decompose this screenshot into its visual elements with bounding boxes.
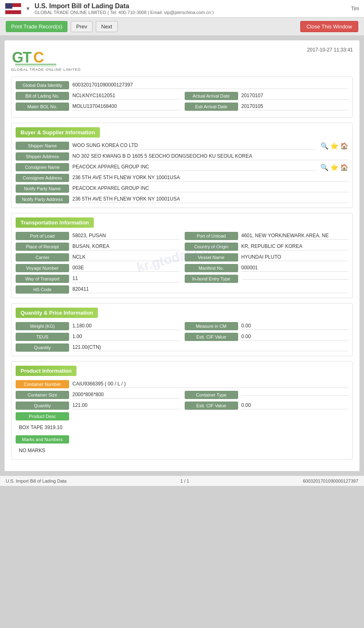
actual-arrival-label: Actual Arrival Date bbox=[185, 92, 238, 100]
consignee-address-label: Consignee Address bbox=[16, 174, 69, 182]
quantity-value: 121.00(CTN) bbox=[72, 344, 348, 351]
hs-code-label: HS Code bbox=[16, 285, 69, 294]
measure-cm-label: Measure in CM bbox=[185, 322, 238, 330]
carrier-label: Carrier bbox=[16, 253, 69, 261]
in-bond-entry-label: In-bond Entry Type bbox=[185, 275, 238, 283]
header-timer: Tim bbox=[351, 6, 359, 12]
doc-date: 2017-10-27 11:33:41 bbox=[307, 47, 353, 53]
esti-cif-label: Esti. CIF Value bbox=[185, 333, 238, 341]
shipper-star-icon[interactable]: ⭐ bbox=[330, 142, 338, 150]
way-of-transport-label: Way of Transport bbox=[16, 275, 69, 283]
doc-ids-section: Global Data Identity 6003201701090000127… bbox=[11, 77, 353, 118]
buyer-supplier-section: Buyer & Supplier Information Shipper Nam… bbox=[11, 123, 353, 208]
quantity-price-header: Quantity & Price Information bbox=[16, 308, 348, 322]
product-desc-label: Product Desc bbox=[16, 412, 69, 420]
consignee-name-label: Consignee Name bbox=[16, 163, 69, 171]
consignee-home-icon[interactable]: 🏠 bbox=[340, 163, 348, 171]
master-bol-value: MOLU13704168400 bbox=[72, 103, 180, 110]
actual-arrival-value: 20170107 bbox=[241, 93, 349, 100]
bol-label: Bill of Lading No. bbox=[16, 92, 69, 100]
consignee-address-value: 236 5TH AVE 5TH FLNEW YORK NY 10001USA bbox=[72, 175, 348, 182]
country-of-origin-label: Country of Origin bbox=[185, 243, 238, 251]
shipper-search-icon[interactable]: 🔍 bbox=[320, 142, 329, 150]
place-of-receipt-value: BUSAN, KOREA bbox=[72, 243, 180, 250]
way-of-transport-value: 11 bbox=[72, 275, 180, 282]
master-bol-label: Mater BOL No. bbox=[16, 103, 69, 111]
shipper-address-row: Shipper Address NO 302 SEO KWANG B D 160… bbox=[16, 152, 348, 161]
shipper-home-icon[interactable]: 🏠 bbox=[340, 142, 348, 150]
vessel-name-value: HYUNDAI PLUTO bbox=[241, 254, 349, 261]
notify-party-name-row: Notify Party Name PEACOCK APPAREL GROUP … bbox=[16, 184, 348, 193]
product-quantity-value: 121.00 bbox=[72, 402, 180, 409]
voyage-number-label: Voyage Number bbox=[16, 264, 69, 272]
doc-footer: U.S. Import Bill of Lading Data 1 / 1 60… bbox=[0, 476, 364, 486]
shipper-name-label: Shipper Name bbox=[16, 142, 69, 150]
notify-party-name-label: Notify Party Name bbox=[16, 184, 69, 193]
esti-arrival-value: 20170105 bbox=[241, 103, 349, 110]
consignee-star-icon[interactable]: ⭐ bbox=[330, 163, 338, 171]
bol-value: NCLKNYC1612051 bbox=[72, 93, 180, 100]
print-button[interactable]: Print Trade Record(s) bbox=[6, 21, 67, 32]
svg-text:T: T bbox=[23, 49, 32, 66]
footer-right: 6003201701090000127397 bbox=[303, 479, 358, 483]
main-content: G T C GLOBAL TRADE ONLINE LIMITED 2017-1… bbox=[4, 40, 360, 472]
notify-party-address-row: Notify Party Address 236 5TH AVE 5TH FLN… bbox=[16, 195, 348, 203]
next-button[interactable]: Next bbox=[96, 21, 118, 32]
country-of-origin-value: KR, REPUBLIC OF KOREA bbox=[241, 243, 349, 250]
close-button[interactable]: Close This Window bbox=[300, 21, 358, 32]
in-bond-entry-value bbox=[241, 278, 349, 280]
container-size-type-row: Container Size 2000*806*800 Container Ty… bbox=[16, 391, 348, 399]
container-size-label: Container Size bbox=[16, 391, 69, 399]
dropdown-arrow[interactable]: ▼ bbox=[26, 6, 30, 12]
manifest-no-label: Manifest No. bbox=[185, 264, 238, 272]
port-of-load-value: 58023, PUSAN bbox=[72, 233, 180, 240]
svg-text:G: G bbox=[12, 49, 23, 66]
consignee-search-icon[interactable]: 🔍 bbox=[320, 163, 329, 171]
product-info-title: Product Information bbox=[16, 366, 77, 376]
hs-code-row: HS Code 820411 bbox=[16, 285, 348, 294]
notify-party-name-value: PEACOCK APPAREL GROUP INC bbox=[72, 185, 348, 192]
flag-icon bbox=[5, 3, 21, 14]
svg-text:C: C bbox=[33, 49, 44, 66]
teus-cif-row: TEUS 1.00 Esti. CIF Value 0.00 bbox=[16, 333, 348, 341]
app-header: ▼ U.S. Import Bill of Lading Data GLOBAL… bbox=[0, 0, 364, 18]
consignee-name-row: Consignee Name PEACOCK APPAREL GROUP INC… bbox=[16, 163, 348, 171]
global-data-label: Global Data Identity bbox=[16, 81, 69, 89]
product-info-section: Product Information Container Number CAI… bbox=[11, 361, 353, 460]
marks-numbers-value: NO MARKS bbox=[16, 446, 348, 455]
product-quantity-label: Quantity bbox=[16, 402, 69, 410]
weight-kg-value: 1,180.00 bbox=[72, 323, 180, 330]
container-number-label: Container Number bbox=[16, 380, 69, 388]
prev-button[interactable]: Prev bbox=[71, 21, 93, 32]
weight-kg-label: Weight (KG) bbox=[16, 322, 69, 330]
esti-cif-value: 0.00 bbox=[241, 334, 349, 341]
bol-row: Bill of Lading No. NCLKNYC1612051 Actual… bbox=[16, 92, 348, 100]
esti-arrival-label: Esti Arrival Date bbox=[185, 103, 238, 111]
transportation-section: Transportation Information kr.gtodata.co… bbox=[11, 213, 353, 298]
shipper-address-label: Shipper Address bbox=[16, 152, 69, 161]
port-of-load-label: Port of Load bbox=[16, 232, 69, 240]
logo-svg: G T C bbox=[11, 47, 60, 68]
carrier-value: NCLK bbox=[72, 254, 180, 261]
toolbar: Print Trade Record(s) Prev Next Close Th… bbox=[0, 18, 364, 36]
quantity-row: Quantity 121.00(CTN) bbox=[16, 343, 348, 352]
logo-subtitle: GLOBAL TRADE ONLINE LIMITED bbox=[11, 68, 81, 72]
consignee-address-row: Consignee Address 236 5TH AVE 5TH FLNEW … bbox=[16, 174, 348, 182]
global-data-value: 6003201701090000127397 bbox=[72, 82, 348, 89]
carrier-vessel-row: Carrier NCLK Vessel Name HYUNDAI PLUTO bbox=[16, 253, 348, 261]
measure-cm-value: 0.00 bbox=[241, 323, 349, 330]
shipper-name-value: WOO SUNG KOREA CO LTD bbox=[72, 142, 315, 149]
footer-center: 1 / 1 bbox=[180, 479, 189, 483]
logo-area: G T C GLOBAL TRADE ONLINE LIMITED bbox=[11, 47, 81, 72]
port-of-unload-value: 4601, NEW YORK/NEWARK AREA, NE bbox=[241, 233, 349, 240]
doc-header: G T C GLOBAL TRADE ONLINE LIMITED 2017-1… bbox=[11, 47, 353, 72]
footer-left: U.S. Import Bill of Lading Data bbox=[6, 479, 67, 483]
quantity-price-section: Quantity & Price Information Weight (KG)… bbox=[11, 303, 353, 356]
voyage-manifest-row: Voyage Number 003E Manifest No. 000001 bbox=[16, 264, 348, 272]
product-desc-section: Product Desc bbox=[16, 412, 348, 420]
product-info-header: Product Information bbox=[16, 366, 348, 380]
container-number-row: Container Number CAIU9366395 ( 00 / L / … bbox=[16, 380, 348, 388]
shipper-name-row: Shipper Name WOO SUNG KOREA CO LTD 🔍 ⭐ 🏠 bbox=[16, 142, 348, 150]
marks-numbers-label: Marks and Numbers bbox=[16, 435, 69, 444]
consignee-icons: 🔍 ⭐ 🏠 bbox=[320, 163, 348, 171]
